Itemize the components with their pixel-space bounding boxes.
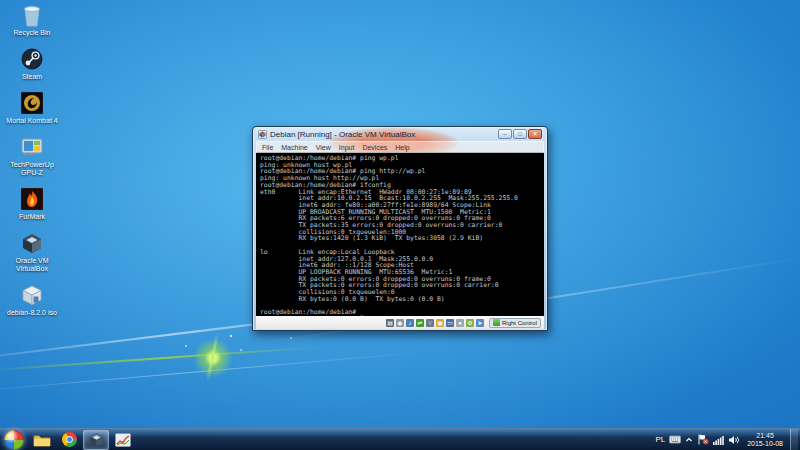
minimize-button[interactable]: –: [498, 129, 512, 139]
terminal-output: root@debian:/home/debian# ping wp.pl pin…: [260, 155, 544, 316]
menu-input[interactable]: Input: [339, 144, 355, 151]
show-desktop-button[interactable]: [790, 429, 798, 450]
network-status-icon[interactable]: ⇄: [416, 319, 424, 327]
wallpaper-streak: [0, 352, 419, 393]
wallpaper-green-streak: [0, 346, 320, 372]
audio-status-icon[interactable]: ♪: [406, 319, 414, 327]
menu-file[interactable]: File: [262, 144, 273, 151]
hard-disk-status-icon[interactable]: ▤: [386, 319, 394, 327]
virtualbox-icon: [19, 230, 45, 256]
vm-window-title: Debian [Running] - Oracle VM VirtualBox: [270, 130, 498, 139]
desktop-icon-label: Recycle Bin: [2, 29, 62, 37]
mortal-kombat-icon: [19, 90, 45, 116]
desktop-icon-label: TechPowerUp GPU-Z: [2, 161, 62, 177]
taskbar-virtualbox-button[interactable]: [83, 430, 109, 450]
host-key-indicator: Right Control: [489, 318, 541, 328]
desktop-icon-debian-iso[interactable]: debian-8.2.0 iso: [2, 282, 62, 317]
features-status-icon[interactable]: ⚙: [466, 319, 474, 327]
desktop-icon-recycle-bin[interactable]: Recycle Bin: [2, 2, 62, 37]
start-button[interactable]: [4, 430, 24, 450]
menu-view[interactable]: View: [316, 144, 331, 151]
explorer-folder-icon: [33, 433, 51, 447]
close-button[interactable]: ✕: [528, 129, 542, 139]
language-indicator[interactable]: PL: [655, 435, 665, 444]
maximize-button[interactable]: □: [513, 129, 527, 139]
clock-time: 21:45: [747, 432, 783, 440]
clock-date: 2015-10-08: [747, 440, 783, 448]
gpu-z-icon: [19, 134, 45, 160]
system-tray: PL: [655, 429, 800, 450]
show-hidden-icons-chevron[interactable]: [685, 436, 693, 444]
vm-window-titlebar[interactable]: Debian [Running] - Oracle VM VirtualBox …: [256, 127, 544, 141]
mouse-integration-status-icon[interactable]: ➤: [476, 319, 484, 327]
display-status-icon[interactable]: ▭: [446, 319, 454, 327]
vm-statusbar: ▤ ◉ ♪ ⇄ ⑂ ▣ ▭ ● ⚙ ➤ Right Control: [256, 316, 544, 329]
taskbar: PL: [0, 428, 800, 450]
chrome-icon: [62, 432, 77, 447]
virtualbox-taskbar-icon: [89, 432, 104, 447]
iso-box-icon: [19, 282, 45, 308]
desktop-icon-furmark[interactable]: FurMark: [2, 186, 62, 221]
menu-devices[interactable]: Devices: [362, 144, 387, 151]
taskbar-explorer-button[interactable]: [29, 430, 55, 450]
desktop-icon-label: Oracle VM VirtualBox: [2, 257, 62, 273]
desktop-icon-gpu-z[interactable]: TechPowerUp GPU-Z: [2, 134, 62, 177]
desktop-icon-label: Steam: [2, 73, 62, 81]
shared-folders-status-icon[interactable]: ▣: [436, 319, 444, 327]
wallpaper-sparkle: [193, 338, 233, 378]
guest-terminal-screen[interactable]: root@debian:/home/debian# ping wp.pl pin…: [256, 153, 544, 316]
host-key-icon: [493, 319, 500, 326]
menu-machine[interactable]: Machine: [281, 144, 307, 151]
usb-status-icon[interactable]: ⑂: [426, 319, 434, 327]
desktop-icon-steam[interactable]: Steam: [2, 46, 62, 81]
recycle-bin-icon: [19, 2, 45, 28]
virtualbox-app-icon: [258, 130, 267, 139]
taskbar-clock[interactable]: 21:45 2015-10-08: [744, 432, 786, 448]
wallpaper-sparkle-dots: [230, 335, 232, 337]
action-center-flag-icon[interactable]: [697, 434, 709, 445]
desktop-icon-mortal-kombat[interactable]: Mortal Kombat 4: [2, 90, 62, 125]
desktop-icon-virtualbox[interactable]: Oracle VM VirtualBox: [2, 230, 62, 273]
vm-menubar: File Machine View Input Devices Help: [256, 141, 544, 153]
virtualbox-vm-window: Debian [Running] - Oracle VM VirtualBox …: [252, 126, 548, 331]
desktop-icon-label: debian-8.2.0 iso: [2, 309, 62, 317]
network-status-icon[interactable]: [713, 435, 724, 445]
video-capture-status-icon[interactable]: ●: [456, 319, 464, 327]
menu-help[interactable]: Help: [395, 144, 409, 151]
taskbar-gpu-z-button[interactable]: [110, 430, 136, 450]
host-key-label: Right Control: [502, 320, 537, 326]
desktop-icon-label: Mortal Kombat 4: [2, 117, 62, 125]
furmark-icon: [19, 186, 45, 212]
keyboard-icon[interactable]: [669, 435, 681, 444]
desktop-icon-list: Recycle Bin Steam Mortal Kombat 4: [2, 2, 64, 326]
taskbar-chrome-button[interactable]: [56, 430, 82, 450]
volume-icon[interactable]: [728, 435, 740, 445]
desktop-icon-label: FurMark: [2, 213, 62, 221]
gpu-z-graph-icon: [115, 433, 131, 447]
optical-disk-status-icon[interactable]: ◉: [396, 319, 404, 327]
steam-icon: [19, 46, 45, 72]
